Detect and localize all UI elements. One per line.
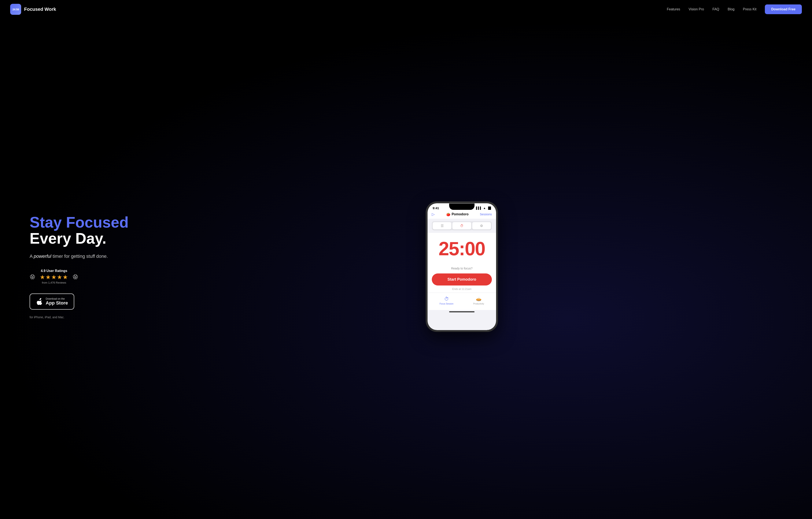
platform-note: for iPhone, iPad, and Mac. [30, 315, 128, 319]
productivity-label: Productivity [473, 303, 484, 305]
brand-name: Focused Work [24, 6, 56, 12]
nav-features[interactable]: Features [667, 7, 680, 11]
hero-subtext: A powerful timer for getting stuff done. [30, 253, 128, 260]
laurel-right: 🏵 [72, 273, 79, 280]
home-indicator [449, 311, 474, 312]
headline-white: Every Day. [30, 230, 106, 247]
nav-links: Features Vision Pro FAQ Blog Press Kit D… [667, 4, 802, 14]
seg-timer-btn[interactable]: ⏱ [452, 222, 471, 230]
ratings-label: 4.9 User Ratings [40, 269, 68, 273]
tomato-icon: 🍅 [446, 212, 451, 216]
reviews-count: from 1,476 Reviews [40, 281, 68, 284]
appstore-main: App Store [46, 300, 68, 306]
start-pomodoro-button[interactable]: Start Pomodoro [432, 273, 492, 285]
status-time: 9:41 [433, 206, 439, 210]
battery-icon: ▐█ [487, 207, 491, 210]
bottom-nav-productivity[interactable]: 🥧 Productivity [473, 296, 484, 305]
bottom-nav-focus[interactable]: ⏱ Focus Session [440, 296, 454, 305]
appstore-text: Download on the App Store [46, 297, 68, 306]
phone-showcase: 9:41 ▌▌▌ ▲ ▐█ ▷ 🍅 Pomodoro S [128, 202, 795, 332]
appstore-button[interactable]: Download on the App Store [30, 294, 74, 310]
subtext-suffix: timer for getting stuff done. [51, 253, 108, 259]
wifi-icon: ▲ [483, 207, 486, 210]
nav-faq[interactable]: FAQ [713, 7, 719, 11]
list-icon: ☰ [441, 224, 444, 228]
phone-mockup: 9:41 ▌▌▌ ▲ ▐█ ▷ 🍅 Pomodoro S [426, 202, 498, 332]
seg-list-btn[interactable]: ☰ [433, 222, 452, 230]
phone-screen: 9:41 ▌▌▌ ▲ ▐█ ▷ 🍅 Pomodoro S [428, 203, 496, 330]
hero-headline: Stay Focused Every Day. [30, 214, 128, 246]
app-title: Pomodoro [452, 212, 469, 216]
notch [449, 204, 474, 210]
logo-group: 24:59 Focused Work [10, 4, 56, 15]
appstore-sub: Download on the [46, 297, 68, 300]
headline-colored: Stay Focused [30, 214, 128, 231]
gear-icon: ⚙ [480, 224, 483, 228]
app-header-title: 🍅 Pomodoro [446, 212, 469, 216]
nav-vision-pro[interactable]: Vision Pro [689, 7, 704, 11]
timer-icon: ⏱ [460, 224, 464, 228]
timer-display: 25:00 [428, 233, 496, 261]
signal-icon: ▌▌▌ [476, 207, 482, 210]
ratings-stars: ★★★★★ [40, 274, 68, 281]
app-header: ▷ 🍅 Pomodoro Sessions [428, 210, 496, 219]
subtext-prefix: A [30, 253, 34, 259]
nav-blog[interactable]: Blog [728, 7, 734, 11]
bottom-nav: ⏱ Focus Session 🥧 Productivity [428, 293, 496, 310]
nav-download-button[interactable]: Download Free [765, 4, 802, 14]
navbar: 24:59 Focused Work Features Vision Pro F… [0, 0, 812, 19]
focus-cta: Ready to focus? Start Pomodoro Ends at 1… [428, 261, 496, 293]
timer-time: 25:00 [432, 239, 492, 258]
play-icon: ▷ [432, 212, 435, 217]
focus-session-label: Focus Session [440, 303, 454, 305]
segmented-control: ☰ ⏱ ⚙ [432, 221, 492, 230]
ready-text: Ready to focus? [432, 267, 492, 270]
status-icons: ▌▌▌ ▲ ▐█ [476, 207, 491, 210]
seg-settings-btn[interactable]: ⚙ [472, 222, 491, 230]
focus-session-icon: ⏱ [444, 296, 449, 302]
apple-logo-icon [36, 298, 43, 305]
sessions-link[interactable]: Sessions [480, 213, 492, 216]
ratings-content: 4.9 User Ratings ★★★★★ from 1,476 Review… [40, 269, 68, 284]
subtext-italic: powerful [34, 253, 51, 259]
ends-text: Ends at 11:21am [432, 287, 492, 291]
hero-content: Stay Focused Every Day. A powerful timer… [30, 214, 128, 319]
nav-press-kit[interactable]: Press Kit [743, 7, 756, 11]
ratings-section: 🏵 4.9 User Ratings ★★★★★ from 1,476 Revi… [30, 269, 128, 284]
app-icon: 24:59 [10, 4, 21, 15]
productivity-icon: 🥧 [476, 296, 482, 302]
hero-section: Stay Focused Every Day. A powerful timer… [0, 19, 812, 519]
laurel-left: 🏵 [30, 273, 35, 280]
